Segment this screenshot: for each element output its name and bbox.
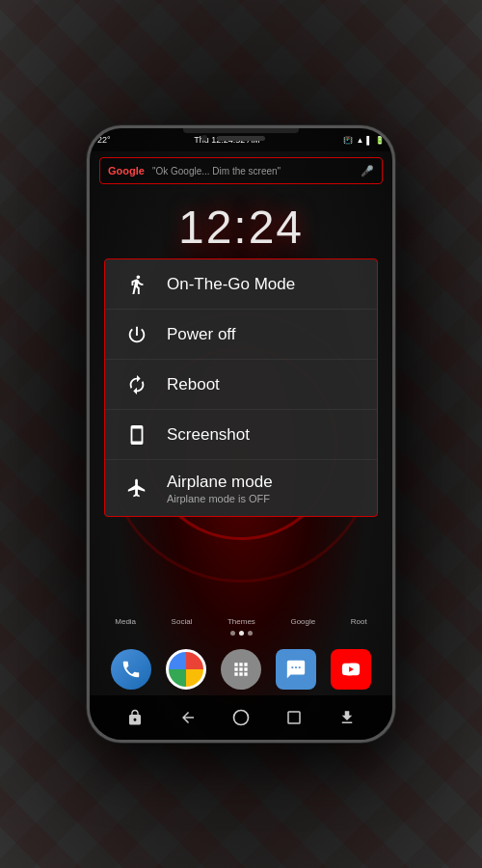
google-brand-label: Google bbox=[108, 165, 145, 176]
nav-bar bbox=[90, 695, 392, 740]
home-nav-icon[interactable] bbox=[231, 708, 251, 727]
reboot-label: Reboot bbox=[167, 375, 220, 394]
battery-icon: 🔋 bbox=[375, 136, 385, 145]
back-nav-icon[interactable] bbox=[179, 709, 197, 726]
power-icon bbox=[124, 322, 149, 347]
apps-grid-icon[interactable] bbox=[221, 649, 261, 690]
volume-up-button[interactable] bbox=[393, 254, 395, 283]
search-hint-text: "Ok Google... Dim the screen" bbox=[152, 166, 361, 176]
power-menu: On-The-Go Mode Power off Reboot bbox=[104, 258, 378, 517]
menu-item-on-the-go[interactable]: On-The-Go Mode bbox=[105, 259, 377, 310]
clock-display: 12:24 bbox=[90, 201, 392, 254]
screenshot-label: Screenshot bbox=[167, 425, 250, 445]
dot-3 bbox=[248, 631, 253, 636]
wifi-icon: ▲ bbox=[356, 136, 363, 145]
status-icons: 📳 ▲ ▌ 🔋 bbox=[343, 136, 385, 145]
airplane-icon bbox=[124, 475, 149, 501]
reboot-icon bbox=[124, 372, 149, 397]
airplane-text-group: Airplane mode Airplane mode is OFF bbox=[167, 473, 273, 504]
on-the-go-label: On-The-Go Mode bbox=[167, 275, 295, 294]
menu-item-airplane[interactable]: Airplane mode Airplane mode is OFF bbox=[105, 460, 377, 516]
download-nav-icon[interactable] bbox=[338, 709, 356, 726]
dock-label-themes: Themes bbox=[228, 617, 255, 626]
menu-item-power-off[interactable]: Power off bbox=[105, 310, 377, 360]
recent-apps-nav-icon[interactable] bbox=[285, 709, 303, 726]
messages-app-icon[interactable] bbox=[276, 649, 316, 690]
vibrate-icon: 📳 bbox=[343, 136, 353, 145]
svg-point-0 bbox=[233, 711, 248, 725]
dot-1 bbox=[230, 631, 235, 636]
phone-app-icon[interactable] bbox=[111, 649, 151, 690]
app-dock bbox=[90, 649, 392, 690]
screenshot-icon bbox=[124, 422, 149, 448]
airplane-sublabel: Airplane mode is OFF bbox=[167, 493, 273, 504]
speaker bbox=[217, 136, 265, 141]
mic-icon[interactable]: 🎤 bbox=[361, 165, 374, 177]
menu-item-screenshot[interactable]: Screenshot bbox=[105, 410, 377, 460]
page-dots bbox=[90, 631, 392, 636]
phone-screen: 22° Thu 12:24:52 AM 📳 ▲ ▌ 🔋 Google "Ok G… bbox=[90, 128, 392, 740]
power-off-label: Power off bbox=[167, 325, 236, 344]
dock-label-social: Social bbox=[172, 617, 193, 626]
signal-icon: ▌ bbox=[366, 136, 372, 145]
dock-label-media: Media bbox=[115, 617, 136, 626]
youtube-app-icon[interactable] bbox=[331, 649, 371, 690]
dock-label-google: Google bbox=[290, 617, 315, 626]
camera bbox=[201, 135, 207, 141]
google-search-bar[interactable]: Google "Ok Google... Dim the screen" 🎤 bbox=[99, 157, 383, 184]
airplane-label: Airplane mode bbox=[167, 473, 273, 492]
dock-labels: Media Social Themes Google Root bbox=[90, 617, 392, 626]
dot-2-active bbox=[239, 631, 244, 636]
menu-item-reboot[interactable]: Reboot bbox=[105, 360, 377, 410]
svg-rect-1 bbox=[288, 712, 300, 723]
phone-frame: 22° Thu 12:24:52 AM 📳 ▲ ▌ 🔋 Google "Ok G… bbox=[87, 125, 395, 743]
dock-label-root: Root bbox=[351, 617, 367, 626]
lock-nav-icon[interactable] bbox=[126, 709, 144, 726]
walk-icon bbox=[124, 272, 149, 297]
temperature-indicator: 22° bbox=[97, 135, 111, 145]
volume-down-button[interactable] bbox=[393, 292, 395, 321]
chrome-app-icon[interactable] bbox=[166, 649, 206, 690]
